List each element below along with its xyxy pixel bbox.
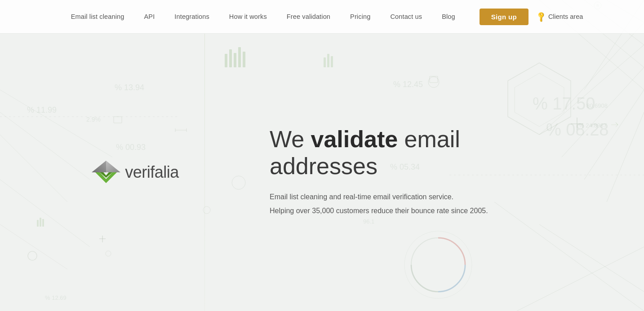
nav-links: Email list cleaning API Integrations How… (61, 13, 465, 21)
navbar: Email list cleaning API Integrations How… (0, 0, 644, 34)
hero-logo-area: verifalia (36, 133, 234, 212)
logo-text: verifalia (125, 163, 179, 182)
nav-link-pricing[interactable]: Pricing (340, 13, 380, 20)
hero-subtext: Email list cleaning and real-time email … (270, 191, 548, 217)
svg-marker-51 (106, 161, 120, 172)
nav-right: Sign up 🔑 Clients area (480, 9, 583, 25)
headline-bold: validate (311, 126, 398, 152)
nav-item-api[interactable]: API (134, 13, 165, 21)
nav-link-free-validation[interactable]: Free validation (277, 13, 340, 20)
nav-link-api[interactable]: API (134, 13, 165, 20)
clients-area-link[interactable]: 🔑 Clients area (537, 13, 583, 21)
nav-item-how-it-works[interactable]: How it works (219, 13, 277, 21)
section-divider (204, 34, 205, 311)
nav-item-email-list-cleaning[interactable]: Email list cleaning (61, 13, 134, 21)
logo: verifalia (91, 160, 179, 185)
nav-link-contact-us[interactable]: Contact us (380, 13, 432, 20)
nav-item-contact-us[interactable]: Contact us (380, 13, 432, 21)
nav-item-blog[interactable]: Blog (432, 13, 465, 21)
nav-link-blog[interactable]: Blog (432, 13, 465, 20)
nav-item-free-validation[interactable]: Free validation (277, 13, 340, 21)
hero-subline1: Email list cleaning and real-time email … (270, 191, 548, 203)
nav-link-integrations[interactable]: Integrations (164, 13, 219, 20)
svg-marker-52 (92, 161, 106, 172)
headline-prefix: We (270, 126, 311, 152)
key-icon: 🔑 (535, 10, 547, 23)
nav-link-how-it-works[interactable]: How it works (219, 13, 277, 20)
nav-link-email-list-cleaning[interactable]: Email list cleaning (61, 13, 134, 20)
nav-item-pricing[interactable]: Pricing (340, 13, 380, 21)
nav-item-integrations[interactable]: Integrations (164, 13, 219, 21)
logo-icon (91, 160, 121, 185)
hero-section: verifalia We validate email addresses Em… (0, 34, 644, 311)
hero-headline: We validate email addresses (270, 126, 548, 180)
signup-button[interactable]: Sign up (480, 9, 529, 25)
hero-subline2: Helping over 35,000 customers reduce the… (270, 205, 548, 217)
hero-content: We validate email addresses Email list c… (234, 126, 548, 219)
clients-area-label: Clients area (548, 13, 583, 20)
